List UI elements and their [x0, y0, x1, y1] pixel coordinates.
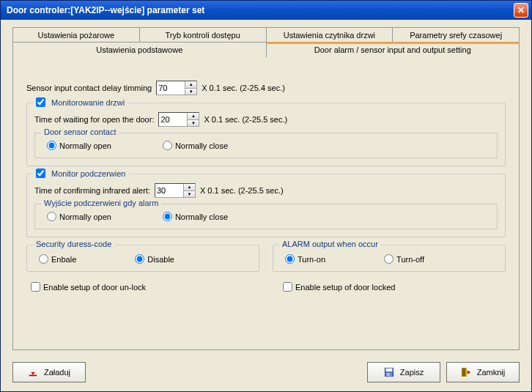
tab-content: Sensor input contact delay timming ▲ ▼ X…	[12, 56, 520, 350]
group-door-monitor: Monitorowanie drzwi Time of waiting for …	[26, 103, 506, 166]
svg-rect-0	[29, 375, 37, 377]
ir-output-close[interactable]: Normally close	[163, 212, 228, 221]
footer-buttons: Załaduj Zapisz Zamknij	[1, 356, 531, 391]
ir-output-open[interactable]: Normally open	[47, 212, 111, 221]
two-column-groups: Security duress-code Enbale Disable ALAR	[26, 237, 506, 272]
ir-confirm-suffix: X 0.1 sec. (2-25.5 sec.)	[200, 186, 284, 195]
duress-title: Security duress-code	[36, 240, 111, 248]
door-monitor-title: Monitorowanie drzwi	[51, 98, 125, 107]
svg-rect-6	[462, 369, 465, 377]
tab-fire-settings[interactable]: Ustawienia pożarowe	[12, 27, 140, 42]
save-icon	[384, 367, 394, 377]
dialog-window: Door controler:[YAK2IP--wejście] paramet…	[0, 0, 532, 392]
load-button[interactable]: Załaduj	[12, 362, 86, 382]
client-area: Ustawienia pożarowe Tryb kontroli dostęp…	[1, 20, 531, 356]
tab-reader-settings[interactable]: Ustawienia czytnika drzwi	[266, 27, 394, 42]
group-ir-output: Wyjście podczerwieni gdy alarm Normally …	[34, 204, 498, 229]
alarm-turn-on[interactable]: Turn-on	[285, 254, 325, 264]
spin-down-icon[interactable]: ▼	[183, 191, 195, 198]
door-wait-spinbox[interactable]: ▲ ▼	[158, 112, 199, 127]
enable-unlock-checkbox[interactable]: Enable setup of door un-lock	[31, 282, 254, 292]
tabs-row-top: Ustawienia pożarowe Tryb kontroli dostęp…	[12, 27, 520, 42]
close-icon[interactable]: ✕	[514, 3, 528, 18]
alarm-out-title: ALARM output when occur	[282, 240, 378, 248]
tabs-row-bottom: Ustawienia podstawowe Door alarm / senso…	[12, 42, 520, 57]
door-contact-open[interactable]: Normally open	[47, 141, 111, 150]
ir-confirm-input[interactable]	[155, 184, 183, 197]
tab-timezone-params[interactable]: Parametry srefy czasowej	[392, 27, 520, 42]
group-ir-monitor: Monitor podczerwien Time of confirming i…	[26, 174, 506, 237]
door-wait-input[interactable]	[159, 113, 187, 126]
spin-up-icon[interactable]: ▲	[187, 113, 199, 119]
door-contact-close[interactable]: Normally close	[163, 141, 228, 150]
ir-monitor-title: Monitor podczerwien	[51, 169, 126, 178]
alarm-turn-off[interactable]: Turn-off	[384, 254, 424, 264]
ir-confirm-spinbox[interactable]: ▲ ▼	[155, 183, 196, 198]
door-wait-suffix: X 0.1 sec. (2-25.5 sec.)	[204, 115, 287, 124]
close-button[interactable]: Zamknij	[446, 362, 520, 382]
enable-locked-checkbox[interactable]: Enable setup of door locked	[283, 282, 506, 292]
door-wait-label: Time of waiting for open the door:	[34, 115, 154, 124]
window-title: Door controler:[YAK2IP--wejście] paramet…	[7, 5, 514, 15]
save-button[interactable]: Zapisz	[367, 362, 440, 382]
door-contact-title: Door sensor contact	[41, 127, 119, 136]
spin-down-icon[interactable]: ▼	[185, 88, 196, 95]
sensor-delay-label: Sensor input contact delay timming	[26, 84, 152, 92]
door-exit-icon	[461, 367, 471, 377]
group-door-contact: Door sensor contact Normally open Normal…	[34, 133, 498, 158]
bottom-check-row: Enable setup of door un-lock Enable setu…	[26, 282, 506, 292]
download-icon	[28, 367, 38, 377]
group-duress: Security duress-code Enbale Disable	[26, 245, 259, 272]
ir-confirm-label: Time of confirming infrared alert:	[34, 186, 150, 195]
svg-rect-4	[390, 374, 391, 376]
spin-up-icon[interactable]: ▲	[183, 184, 195, 191]
sensor-delay-spinbox[interactable]: ▲ ▼	[156, 81, 197, 95]
ir-monitor-checkbox[interactable]	[36, 169, 45, 178]
sensor-delay-suffix: X 0.1 sec. (2-25.4 sec.)	[202, 84, 285, 92]
duress-enable[interactable]: Enbale	[39, 254, 76, 264]
duress-disable[interactable]: Disable	[135, 254, 174, 264]
spin-down-icon[interactable]: ▼	[187, 119, 199, 127]
tab-access-mode[interactable]: Tryb kontroli dostępu	[139, 27, 267, 42]
spin-up-icon[interactable]: ▲	[185, 81, 196, 88]
sensor-delay-input[interactable]	[157, 81, 185, 95]
tab-door-alarm[interactable]: Door alarm / sensor input and output set…	[266, 42, 520, 57]
sensor-delay-row: Sensor input contact delay timming ▲ ▼ X…	[26, 81, 506, 95]
svg-rect-2	[385, 369, 392, 371]
door-monitor-checkbox[interactable]	[36, 97, 45, 107]
ir-output-title: Wyjście podczerwieni gdy alarm	[41, 199, 161, 207]
tab-basic-settings[interactable]: Ustawienia podstawowe	[12, 42, 267, 57]
titlebar: Door controler:[YAK2IP--wejście] paramet…	[1, 1, 531, 20]
group-alarm-output: ALARM output when occur Turn-on Turn-off	[273, 245, 506, 272]
